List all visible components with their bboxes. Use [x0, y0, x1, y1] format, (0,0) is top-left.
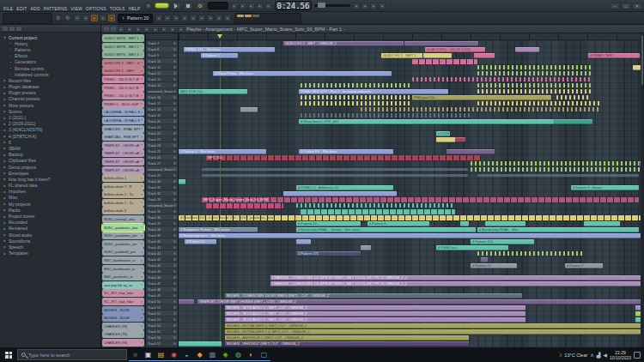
- track-header-40[interactable]: Track 40: [146, 238, 178, 244]
- shuffle-slider[interactable]: [314, 4, 350, 7]
- picker-clip-menu-icon[interactable]: ▾: [141, 118, 143, 122]
- track-header-29[interactable]: Track 29: [146, 172, 178, 178]
- picker-clip-menu-icon[interactable]: ▾: [141, 201, 143, 204]
- track-header-20[interactable]: Track 20: [146, 118, 178, 124]
- browser-item-more-presets[interactable]: ▸More presets: [3, 102, 100, 108]
- pitch-knob[interactable]: [55, 15, 62, 21]
- tempo-display[interactable]: [208, 2, 228, 9]
- clip-76-templst-choir-wet-chunks[interactable]: TEMPLST - CHOIR WET CHUNKS (WET + CUT) -…: [197, 299, 641, 305]
- clip-65[interactable]: [361, 245, 371, 250]
- track-header-49[interactable]: Track 49: [146, 293, 178, 299]
- track-header-56[interactable]: Track 56: [146, 335, 178, 341]
- network-icon[interactable]: ▟: [597, 352, 601, 358]
- fl-studio-icon[interactable]: ◆: [193, 348, 206, 361]
- browser-item-sliced-audio[interactable]: ▸Sliced audio: [3, 232, 100, 238]
- picker-clip-22[interactable]: SUSC_sweep1_dua▾: [102, 215, 144, 223]
- picker-clip-menu-icon[interactable]: ▾: [141, 333, 143, 336]
- track-header-31[interactable]: Track 31: [146, 184, 178, 190]
- browser-item-envelopes[interactable]: ▸Envelopes: [3, 170, 100, 176]
- clip-16[interactable]: [301, 83, 412, 87]
- track-header-16[interactable]: Track 16: [146, 94, 178, 100]
- clip-62-4-pattern-11[interactable]: 4 Pattern 11: [185, 239, 216, 244]
- clip-10[interactable]: [412, 59, 477, 64]
- clip-56[interactable]: [485, 221, 526, 226]
- start-button[interactable]: [2, 348, 15, 361]
- clip-72-charles-comedown-100-bpm[interactable]: CHARLES - COMEDOWN 100 BPM BY RWKV_WET 1…: [270, 275, 641, 281]
- clip-48-mpc-super-mario-snare-so[interactable]: MPC_Super_Mario_Snare_Solo_90_BPM: [202, 197, 639, 202]
- track-mute-dot[interactable]: [173, 234, 176, 237]
- menu-view[interactable]: VIEW: [69, 5, 84, 12]
- track-mute-dot[interactable]: [173, 156, 176, 159]
- browser-item-impulses[interactable]: ▸Impulses: [3, 189, 100, 195]
- clip-71-4-pattern-7[interactable]: 4 Pattern 7: [565, 263, 603, 268]
- picker-clip-26[interactable]: SUSC_padded3_pro▾: [102, 248, 144, 256]
- picker-clip-23[interactable]: SUSC_pandemic_dua▾: [102, 224, 144, 232]
- browser-collapse-icon[interactable]: [3, 27, 8, 31]
- record-button[interactable]: [196, 2, 205, 9]
- picker-clip-menu-icon[interactable]: ▾: [141, 292, 143, 295]
- track-mute-dot[interactable]: [173, 78, 176, 81]
- track-header-10[interactable]: Track 10: [146, 58, 178, 64]
- clip-84-mugen-extra-deep-2-l-wet[interactable]: MUGEN - EXTRA DEEP 2 (L WET) CUT - OMNIU…: [225, 329, 641, 335]
- whatsapp-icon[interactable]: ◍: [232, 348, 245, 361]
- track-mute-dot[interactable]: [173, 168, 176, 171]
- mute-tool-icon[interactable]: ▪: [181, 15, 188, 21]
- picker-clip-5[interactable]: PRIMO - 150 D GLT W▾: [102, 75, 144, 83]
- track-mute-dot[interactable]: [173, 342, 176, 345]
- clip-21[interactable]: [301, 95, 410, 100]
- picker-clip-menu-icon[interactable]: ▾: [141, 86, 143, 89]
- menu-file[interactable]: FILE: [2, 5, 15, 12]
- picker-clip-menu-icon[interactable]: ▾: [141, 77, 143, 81]
- playlist-detach-icon[interactable]: [111, 27, 116, 31]
- picker-clip-2[interactable]: GUIDO SKPS - WET 3▾: [102, 51, 144, 58]
- track-header-44[interactable]: Track 44: [146, 262, 178, 268]
- browser-item-5[interactable]: ▸5: [3, 139, 100, 145]
- wait-input-icon[interactable]: ▪: [240, 3, 246, 9]
- track-mute-dot[interactable]: [173, 126, 176, 129]
- pl-slice-icon[interactable]: ▪: [152, 26, 159, 33]
- picker-clip-15[interactable]: TEMPLST - CHOIR wE▾: [102, 158, 144, 166]
- clip-64-4-pattern-150[interactable]: 4 Pattern 150: [471, 239, 534, 244]
- track-header-42[interactable]: Track 42: [146, 250, 178, 256]
- photos-icon[interactable]: ▩: [206, 348, 219, 361]
- picker-clip-menu-icon[interactable]: ▾: [141, 193, 143, 196]
- clip-20[interactable]: [477, 89, 591, 94]
- clip-34-4-pattern-4-wet-bass[interactable]: 4 Pattern 4 - Wet bass: [179, 149, 266, 154]
- typing-keyboard-icon[interactable]: ▪: [361, 3, 368, 9]
- picker-clip-menu-icon[interactable]: ▾: [141, 218, 143, 221]
- playlist-icon[interactable]: ▪: [74, 15, 81, 21]
- clip-53-4-pattern-13[interactable]: 4 Pattern 13: [296, 221, 361, 226]
- picker-clip-17[interactable]: bellista d brn 1▾: [102, 174, 144, 182]
- browser-item-2-2009-2021-[interactable]: ▸2 (2009-2021): [3, 121, 100, 127]
- picker-clip-menu-icon[interactable]: ▾: [141, 242, 143, 245]
- track-header-41[interactable]: Track 41: [146, 244, 178, 250]
- track-mute-dot[interactable]: [173, 132, 176, 135]
- menu-add[interactable]: ADD: [29, 5, 42, 12]
- delete-tool-icon[interactable]: ▪: [173, 15, 179, 21]
- browser-item-project-bones[interactable]: ▸Project bones: [3, 213, 100, 219]
- browser-item-initialized-controls[interactable]: •Initialized controls: [3, 71, 100, 77]
- picker-clip-34[interactable]: MUGEN - SLUM▾: [102, 314, 144, 322]
- online-panel-icon[interactable]: ▪: [379, 3, 386, 9]
- browser-item-1-2021-[interactable]: ▸1 (2021-): [3, 114, 100, 120]
- track-mute-dot[interactable]: [173, 228, 176, 231]
- clip-52-4-pandemic-150-4-print-b[interactable]: 4 Pandemic 150 - 4 print Barrier 150 - S…: [179, 215, 641, 220]
- browser-item-demo-projects[interactable]: ▸Demo projects: [3, 164, 100, 170]
- track-mute-dot[interactable]: [173, 72, 176, 75]
- clip-29-4-wave-bass-i-gtf-001[interactable]: 4 Wave bass I_GTF_001: [299, 119, 554, 124]
- track-header-28[interactable]: unnamed_Snare D2: [146, 166, 178, 172]
- midi-icon[interactable]: ▪: [370, 3, 377, 9]
- track-header-52[interactable]: Track 52: [146, 311, 178, 317]
- browser-item-backup[interactable]: ▸Backup: [3, 152, 100, 158]
- pl-delete-icon[interactable]: ▪: [135, 26, 142, 33]
- clip-79-mugen-38-xx-adko-2-wet-c[interactable]: MUGEN - 38 XX ADKO 2 - WET - CUT - OMNIU…: [225, 311, 526, 317]
- browser-item-templates[interactable]: ▸Templates: [3, 250, 100, 256]
- clip-14[interactable]: [477, 71, 591, 75]
- clip-45-4-primo-q-ambience-02[interactable]: 4 PRIMO Q - Ambience 02: [296, 185, 393, 190]
- track-mute-dot[interactable]: [173, 336, 176, 339]
- track-header-51[interactable]: Track 51: [146, 305, 178, 311]
- picker-clip-36[interactable]: CHARLES (78)▾: [102, 330, 144, 338]
- clip-0-guido-fx-2-wet-omnium-2[interactable]: GUIDO FX 2 - WET - OMNIUM_2: [283, 41, 404, 46]
- loop-record-icon[interactable]: ▪: [257, 3, 264, 9]
- clip-3-4-lactopic-150-st-2-127[interactable]: 4 LACTOPIC - 150 ST 2 127: [425, 47, 485, 52]
